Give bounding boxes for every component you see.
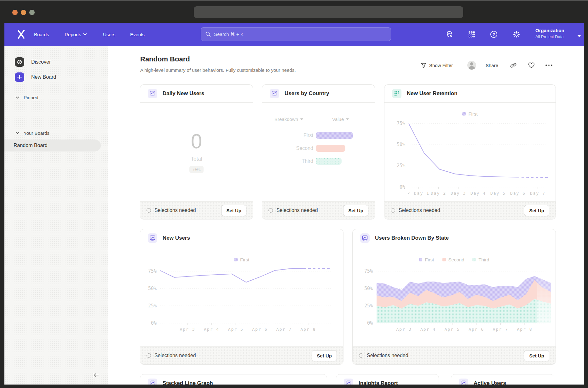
retention-line-chart: 75%50%25%0%< Day 1Day 2Day 3Day 4Day 5Da… [384, 103, 556, 202]
search-input[interactable]: Search ⌘ + K [201, 27, 391, 41]
svg-text:< Day 1: < Day 1 [408, 191, 429, 196]
svg-text:Apr 5: Apr 5 [445, 327, 460, 332]
copy-link-icon[interactable] [510, 60, 516, 70]
metric-value: 0 [191, 131, 202, 151]
window-zoom-button[interactable] [29, 10, 35, 15]
top-navbar: Boards Reports Users Events Search ⌘ + K [4, 23, 584, 46]
card-stacked-line-graph: Stacked Line Graph [140, 374, 327, 385]
card-users-by-country: Users by Country Breakdown Value First S… [262, 84, 375, 220]
settings-gear-icon[interactable] [512, 30, 521, 38]
status-circle-icon [359, 353, 363, 358]
row-label: Third [279, 158, 313, 164]
svg-text:75%: 75% [364, 268, 373, 274]
svg-text:Day 3: Day 3 [451, 191, 466, 196]
card-title: Users Broken Down By State [375, 235, 449, 241]
status-circle-icon [147, 208, 151, 213]
app-window: Boards Reports Users Events Search ⌘ + K [4, 23, 584, 385]
search-placeholder: Search ⌘ + K [214, 31, 244, 37]
window-close-button[interactable] [12, 10, 18, 15]
svg-text:0%: 0% [367, 320, 373, 326]
column-header-breakdown[interactable]: Breakdown [274, 117, 303, 122]
chevron-down-icon [346, 118, 349, 120]
set-up-button[interactable]: Set Up [524, 350, 549, 361]
svg-text:50%: 50% [148, 286, 157, 291]
card-title: New User Retention [407, 90, 458, 97]
show-filter-button[interactable]: Show Filter [421, 60, 453, 70]
line-chart-icon [148, 379, 157, 385]
card-title: Insights Report [359, 380, 398, 385]
column-header-value[interactable]: Value [332, 117, 349, 122]
svg-text:75%: 75% [397, 121, 405, 126]
line-chart-icon [459, 379, 468, 385]
status-text: Selections needed [367, 353, 408, 358]
sidebar-section-pinned[interactable]: Pinned [16, 95, 38, 100]
chevron-down-icon [16, 132, 19, 134]
card-new-users: New Users First 75%50%25%0%Apr 3Apr 4Apr… [140, 229, 343, 365]
card-title: Stacked Line Graph [163, 380, 213, 385]
favorite-heart-icon[interactable] [528, 60, 535, 70]
chevron-down-icon [16, 96, 19, 99]
browser-chrome [0, 0, 588, 23]
line-chart-icon [148, 233, 157, 243]
svg-text:?: ? [493, 32, 495, 37]
window-minimize-button[interactable] [21, 10, 26, 15]
metric-label: Total [191, 156, 202, 162]
org-switcher[interactable]: Organization All Project Data [535, 27, 576, 40]
more-options-icon[interactable] [545, 60, 552, 70]
sidebar-item-new-board[interactable]: New Board [15, 72, 56, 82]
nav-item-users[interactable]: Users [103, 23, 115, 46]
new-users-line-chart: 75%50%25%0%Apr 3Apr 4Apr 5Apr 6Apr 7Apr … [140, 248, 343, 347]
set-up-button[interactable]: Set Up [524, 205, 549, 216]
browser-url-bar[interactable] [194, 6, 463, 18]
data-management-icon[interactable] [446, 30, 454, 38]
row-label: Second [279, 146, 313, 151]
svg-text:25%: 25% [397, 163, 405, 168]
svg-text:Apr 6: Apr 6 [469, 327, 484, 332]
avatar[interactable] [467, 61, 476, 70]
card-new-user-retention: New User Retention First 75%50%25%0%< Da… [384, 84, 556, 220]
share-button[interactable]: Share [486, 60, 498, 70]
svg-text:Apr 4: Apr 4 [420, 327, 436, 332]
retention-grid-icon [392, 89, 401, 98]
plus-icon [15, 72, 24, 82]
svg-text:Apr 7: Apr 7 [493, 327, 508, 332]
card-title: New Users [163, 235, 190, 241]
discover-compass-icon [15, 57, 24, 67]
collapse-sidebar-icon[interactable] [92, 373, 99, 378]
svg-text:Apr 6: Apr 6 [252, 327, 268, 332]
org-project: All Project Data [535, 34, 576, 40]
svg-text:0%: 0% [400, 184, 405, 190]
sidebar: Discover New Board Pinned Random Board Y… [4, 46, 108, 385]
chevron-down-icon [578, 35, 581, 37]
svg-text:Day 6: Day 6 [510, 191, 526, 196]
nav-item-boards[interactable]: Boards [34, 23, 49, 46]
card-active-users: Active Users [451, 374, 554, 385]
board-content: Random Board A high-level summary of use… [108, 46, 584, 385]
row-label: First [279, 133, 313, 138]
status-circle-icon [147, 353, 151, 358]
set-up-button[interactable]: Set Up [221, 205, 246, 216]
stacked-area-chart: 75%50%25%0%Apr 3Apr 4Apr 5Apr 6Apr 7Apr … [353, 248, 556, 347]
line-chart-icon [344, 379, 353, 385]
line-chart-icon [270, 89, 279, 98]
card-daily-new-users: Daily New Users 0 Total ↑0% Selections n… [140, 84, 253, 220]
sidebar-item-random-board[interactable]: Random Board [4, 140, 101, 151]
nav-item-events[interactable]: Events [130, 23, 145, 46]
sidebar-section-your-boards[interactable]: Your Boards [16, 130, 49, 136]
chevron-down-icon [83, 33, 87, 36]
mixpanel-logo-icon[interactable] [17, 30, 25, 39]
set-up-button[interactable]: Set Up [312, 350, 337, 361]
metric-delta-badge: ↑0% [189, 166, 204, 173]
sidebar-item-discover[interactable]: Discover [15, 57, 51, 67]
apps-grid-icon[interactable] [468, 30, 476, 38]
svg-text:Apr 4: Apr 4 [204, 327, 219, 332]
svg-text:Apr 7: Apr 7 [276, 327, 292, 332]
status-text: Selections needed [154, 208, 196, 213]
search-icon [205, 31, 211, 37]
nav-item-reports[interactable]: Reports [65, 23, 87, 46]
help-icon[interactable]: ? [490, 30, 498, 38]
svg-text:Day 5: Day 5 [490, 191, 506, 196]
svg-text:75%: 75% [148, 268, 157, 274]
status-circle-icon [391, 208, 395, 213]
set-up-button[interactable]: Set Up [343, 205, 368, 216]
